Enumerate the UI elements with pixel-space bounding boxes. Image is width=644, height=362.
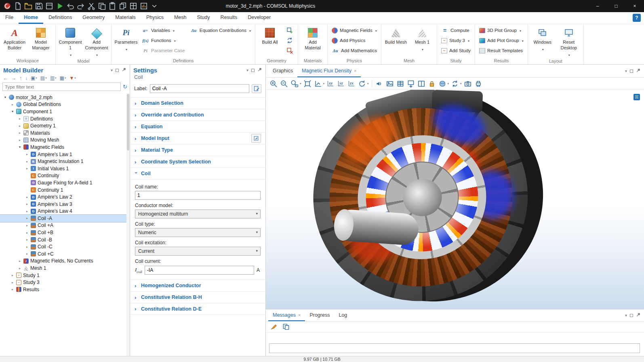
tree-item[interactable]: Magnetic Insulation 1 [0, 158, 130, 165]
tree-item[interactable]: Continuity 1 [0, 186, 130, 194]
result-templates-button[interactable]: Result Templates [477, 46, 526, 55]
section-constitutive-relation-de[interactable]: Constitutive Relation D-E [130, 303, 265, 315]
tree-scrollbar[interactable] [126, 93, 130, 356]
tree-item[interactable]: Study 1 [0, 272, 130, 279]
coil-name-input[interactable] [135, 191, 261, 200]
tree-item[interactable]: Study 3 [0, 279, 130, 286]
float-panel-icon[interactable] [630, 70, 633, 73]
section-override-and-contribution[interactable]: Override and Contribution [130, 109, 265, 121]
component-button[interactable]: Component 1 [58, 25, 83, 58]
float-panel-icon[interactable] [251, 69, 255, 72]
zoom-extents-icon[interactable] [303, 79, 312, 88]
tree-item[interactable]: Gauge Fixing for A-field 1 [0, 179, 130, 186]
insert-table-icon[interactable] [128, 1, 138, 11]
3d-plot-group-button[interactable]: 3D Plot Group [477, 25, 526, 35]
snapshot-icon[interactable] [463, 79, 472, 88]
filter-icon[interactable]: ▼▾ [69, 75, 76, 81]
tree-item[interactable]: Definitions [0, 115, 130, 123]
delete-geometry-button[interactable] [284, 46, 296, 55]
tab-graphics[interactable]: Graphics [268, 65, 297, 77]
paste-icon[interactable] [107, 1, 117, 11]
preview-icon[interactable] [44, 1, 54, 11]
label-input[interactable] [150, 84, 249, 93]
tree-item[interactable]: Ampère's Law 4 [0, 208, 130, 215]
menu-tab-home[interactable]: Home [19, 12, 43, 24]
duplicate-icon[interactable] [118, 1, 128, 11]
insert-sequence-button[interactable] [284, 25, 296, 35]
section-material-type[interactable]: Material Type [130, 144, 265, 156]
pin-panel-icon[interactable] [636, 312, 641, 318]
model-manager-button[interactable]: Model Manager [28, 25, 53, 52]
menu-tab-physics[interactable]: Physics [141, 12, 169, 24]
export-plot-icon[interactable] [406, 79, 415, 88]
compute-button[interactable]: Compute [439, 25, 473, 35]
scene-update-icon[interactable] [450, 79, 459, 88]
build-all-button[interactable]: Build All [257, 25, 282, 46]
copy-icon[interactable] [97, 1, 107, 11]
add-component-button[interactable]: Add Component [84, 25, 109, 58]
expand-caret-icon[interactable] [25, 252, 29, 256]
forward-icon[interactable]: → [11, 75, 16, 81]
expand-caret-icon[interactable] [18, 131, 22, 135]
expand-caret-icon[interactable] [25, 245, 29, 249]
clear-messages-icon[interactable] [269, 322, 278, 331]
close-button[interactable]: × [625, 0, 644, 12]
expand-caret-icon[interactable] [11, 103, 15, 106]
float-panel-icon[interactable] [630, 314, 633, 317]
expand-caret-icon[interactable] [25, 160, 29, 163]
add-material-button[interactable]: Add Material [300, 25, 325, 52]
menu-tab-mesh[interactable]: Mesh [169, 12, 192, 24]
magnetic-fields-button[interactable]: Magnetic Fields [330, 25, 379, 35]
reset-desktop-button[interactable]: Reset Desktop [556, 25, 581, 58]
section-model-input[interactable]: Model Input [130, 132, 265, 144]
plot-properties-icon[interactable] [633, 94, 640, 100]
expand-caret-icon[interactable] [11, 288, 15, 291]
view-zx-icon[interactable]: zx [347, 79, 356, 88]
menu-tab-file[interactable]: File [0, 12, 19, 24]
cut-icon[interactable] [86, 1, 96, 11]
move-up-icon[interactable]: ↑ [19, 75, 22, 81]
tree-item[interactable]: Materials [0, 129, 130, 137]
tab-messages[interactable]: Messages× [268, 309, 305, 321]
message-input-box[interactable] [269, 343, 640, 353]
sound-icon[interactable] [375, 79, 384, 88]
section-domain-selection[interactable]: Domain Selection [130, 97, 265, 109]
tree-item-selected[interactable]: Coil -A [0, 215, 130, 222]
tree-item[interactable]: Magnetic Fields, No Currents [0, 258, 130, 265]
expand-caret-icon[interactable] [18, 117, 22, 121]
expand-caret-icon[interactable] [25, 224, 29, 227]
tree-item[interactable]: Results [0, 286, 130, 293]
split-window-icon[interactable] [417, 79, 426, 88]
update-geometry-button[interactable] [284, 36, 296, 45]
parameters-button[interactable]: Parameters [114, 25, 139, 53]
graphics-canvas[interactable] [266, 90, 644, 309]
view-xy-icon[interactable]: xy [326, 79, 335, 88]
zoom-in-icon[interactable] [269, 79, 278, 88]
refresh-icon[interactable]: ↻ [123, 84, 127, 90]
scene-rotate-icon[interactable] [358, 79, 366, 88]
expand-caret-icon[interactable] [3, 95, 7, 99]
tree-item[interactable]: Coil +C [0, 250, 130, 258]
collapse-panel-icon[interactable]: ▾ [246, 68, 248, 72]
expand-caret-icon[interactable] [18, 145, 22, 149]
rename-button[interactable] [252, 84, 261, 93]
collapse-panel-icon[interactable]: ▾ [625, 69, 627, 73]
close-tab-icon[interactable]: × [354, 68, 356, 73]
tree-item[interactable]: Ampère's Law 1 [0, 151, 130, 158]
show-icon[interactable]: ▣▾ [31, 75, 37, 81]
tree-item[interactable]: Ampère's Law 3 [0, 201, 130, 208]
tree-item[interactable]: Mesh 1 [0, 265, 130, 272]
add-physics-button[interactable]: Add Physics [330, 36, 379, 45]
minimize-button[interactable]: – [588, 0, 607, 12]
add-study-button[interactable]: Add Study [439, 46, 473, 55]
variables-button[interactable]: Variables [140, 25, 187, 35]
zoom-selected-icon[interactable] [290, 79, 299, 88]
open-file-icon[interactable] [23, 1, 33, 11]
back-icon[interactable]: ← [3, 75, 8, 81]
section-coil[interactable]: Coil [130, 167, 265, 179]
expand-caret-icon[interactable] [18, 259, 22, 263]
build-mesh-button[interactable]: Build Mesh [383, 25, 408, 46]
tab-log[interactable]: Log [334, 309, 351, 321]
menu-tab-materials[interactable]: Materials [110, 12, 141, 24]
report-icon[interactable] [139, 1, 149, 11]
